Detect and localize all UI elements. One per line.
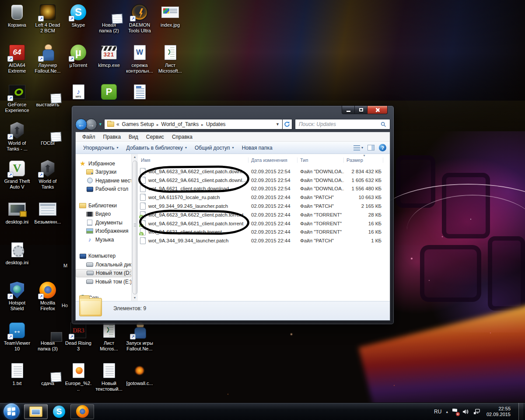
breadcrumb-segment[interactable]: Updates: [206, 121, 226, 127]
volume-icon[interactable]: [462, 409, 469, 415]
network-icon[interactable]: [473, 409, 480, 415]
desktop-icon[interactable]: выставить: [34, 83, 61, 108]
desktop-icon[interactable]: Безымянн...: [34, 200, 61, 225]
file-date-cell: 02.09.2015 22:44: [248, 238, 298, 243]
language-indicator[interactable]: RU: [434, 409, 441, 415]
table-row[interactable]: wot_9A.611570_locale_ru.patch02.09.2015 …: [138, 193, 389, 202]
table-row[interactable]: wot_9A.344_99.344_launcher.patch02.09.20…: [138, 236, 389, 245]
help-button[interactable]: ?: [379, 144, 386, 151]
taskbar-firefox-button[interactable]: [70, 404, 94, 419]
table-row[interactable]: wot_99.344_99.245_launcher.patch02.09.20…: [138, 202, 389, 210]
taskbar-skype-button[interactable]: S: [49, 404, 69, 419]
breadcrumb-overflow[interactable]: «: [116, 121, 119, 127]
desktop-icon[interactable]: ↗Запуск игры Fallout.Ne...: [126, 322, 153, 352]
desktop-icon[interactable]: ♪MP3: [65, 83, 92, 101]
column-header[interactable]: Размер▾: [344, 158, 383, 163]
desktop-icon[interactable]: desktop.ini: [4, 200, 31, 225]
desktop-icon[interactable]: P: [95, 83, 122, 101]
desktop-icon[interactable]: DR3↗Dead Rising 3: [65, 322, 92, 352]
scroll-down-icon[interactable]: ▾: [134, 295, 136, 301]
sidebar-item[interactable]: Видео: [76, 210, 131, 219]
desktop-icon[interactable]: ↗World of Tanks: [34, 160, 61, 190]
menu-item[interactable]: Справка: [168, 133, 196, 141]
taskbar-clock[interactable]: 22:55 02.09.2015: [486, 406, 511, 417]
column-header[interactable]: Имя: [138, 158, 248, 163]
desktop-icon[interactable]: сдача: [34, 362, 61, 386]
maximize-button[interactable]: [355, 106, 368, 114]
desktop-icon[interactable]: ГОСЫ: [34, 122, 61, 146]
desktop-icon[interactable]: Wсережа контрольн...: [126, 44, 153, 74]
sidebar-item[interactable]: Загрузки: [76, 168, 131, 177]
desktop-icon[interactable]: ↗Mozilla Firefox: [34, 281, 61, 312]
menu-item[interactable]: Сервис: [142, 133, 168, 141]
desktop-icon[interactable]: ↗Лаунчер Fallout.Ne...: [34, 44, 61, 74]
sidebar-section-1[interactable]: Библиотеки: [76, 201, 131, 210]
desktop-icon[interactable]: desktop.ini: [4, 241, 31, 266]
breadcrumb[interactable]: « Games Setup▸World_of_Tanks▸Updates ▼: [104, 119, 283, 130]
toolbar-button[interactable]: Добавить в библиотеку▾: [122, 143, 191, 153]
close-button[interactable]: [368, 106, 388, 114]
sidebar-item[interactable]: Новый том (D:): [76, 269, 131, 278]
scroll-up-icon[interactable]: ▴: [134, 154, 136, 160]
desktop-icon[interactable]: XЛист Micros...: [95, 322, 122, 352]
minimize-button[interactable]: [342, 106, 355, 114]
action-center-flag-icon[interactable]: [452, 409, 458, 415]
desktop-icon[interactable]: Новая папка (3): [34, 322, 61, 352]
sidebar-item[interactable]: Изображения: [76, 227, 131, 236]
desktop-icon[interactable]: ↗DAEMON Tools Ultra: [126, 4, 153, 34]
menu-item[interactable]: Правка: [99, 133, 125, 141]
start-button[interactable]: [4, 403, 20, 420]
history-dropdown-icon[interactable]: ▼: [98, 122, 102, 126]
menu-item[interactable]: Файл: [78, 133, 99, 141]
sidebar-item[interactable]: Новый том (E:): [76, 277, 131, 286]
breadcrumb-segment[interactable]: World_of_Tanks: [161, 121, 199, 127]
desktop-icon[interactable]: index.jpg: [157, 4, 184, 28]
desktop-icon[interactable]: 321klmcp.exe: [95, 44, 122, 68]
preview-pane-button[interactable]: [368, 145, 374, 150]
desktop-icon[interactable]: Новая папка (2): [95, 4, 122, 34]
address-dropdown-icon[interactable]: ▼: [275, 122, 280, 126]
change-view-button[interactable]: ▾: [354, 145, 363, 150]
sidebar-section-0[interactable]: ★Избранное: [76, 159, 131, 168]
column-header[interactable]: Дата изменения: [248, 158, 298, 163]
desktop-icon[interactable]: S↗Skype: [65, 4, 92, 28]
scrollbar-thumb[interactable]: [133, 161, 137, 294]
desktop-icon[interactable]: ↗Left 4 Dead 2 BCM: [34, 4, 61, 34]
sidebar-item[interactable]: Недавние места: [76, 176, 131, 185]
toolbar-button[interactable]: Упорядочить▾: [79, 143, 122, 153]
annotation-oval: [139, 210, 249, 235]
sidebar-item[interactable]: Рабочий стол: [76, 185, 131, 194]
desktop-icon[interactable]: Europe_%2...: [65, 362, 92, 392]
desktop-icon[interactable]: ↗Hotspot Shield: [4, 281, 31, 312]
desktop-icon[interactable]: ↗GeForce Experience: [4, 83, 31, 113]
desktop-icon[interactable]: µ↗µTorrent: [65, 44, 92, 68]
sidebar-item[interactable]: ♪Музыка: [76, 235, 131, 244]
toolbar-button[interactable]: Новая папка: [238, 143, 276, 153]
desktop-icon[interactable]: Новый текстовый...: [95, 362, 122, 392]
sidebar-item[interactable]: Документы: [76, 218, 131, 227]
desktop-icon[interactable]: ↔↗TeamViewer 10: [4, 322, 31, 352]
desktop-icon[interactable]: 1.txt: [4, 362, 31, 386]
refresh-button[interactable]: [283, 119, 292, 130]
desktop-icon[interactable]: [gotowall.c...: [126, 362, 153, 386]
breadcrumb-segment[interactable]: Games Setup: [122, 121, 154, 127]
desktop-icon[interactable]: 64↗AIDA64 Extreme: [4, 44, 31, 74]
back-button[interactable]: ←: [75, 119, 87, 130]
search-input[interactable]: Поиск: Updates: [295, 119, 390, 130]
desktop-icon[interactable]: ↗World of Tanks - ...: [4, 122, 31, 152]
desktop-icon[interactable]: V↗Grand Theft Auto V: [4, 160, 31, 190]
search-icon[interactable]: [381, 122, 386, 127]
show-desktop-button[interactable]: [518, 403, 523, 420]
toolbar-button[interactable]: Общий доступ▾: [191, 143, 238, 153]
hidden-icons-button[interactable]: ▴: [446, 410, 448, 414]
sidebar-section-2[interactable]: Компьютер: [76, 252, 131, 261]
nav-scrollbar[interactable]: ▴ ▾: [131, 154, 138, 301]
column-header[interactable]: Тип: [298, 158, 344, 163]
taskbar-explorer-button[interactable]: [24, 404, 48, 419]
desktop-icon[interactable]: [126, 83, 153, 101]
sidebar-item[interactable]: Локальный диск: [76, 260, 131, 269]
desktop-icon[interactable]: Корзина: [4, 4, 31, 28]
desktop-icon[interactable]: XЛист Microsoft...: [157, 44, 184, 74]
forward-button[interactable]: →: [85, 119, 97, 130]
menu-item[interactable]: Вид: [125, 133, 142, 141]
